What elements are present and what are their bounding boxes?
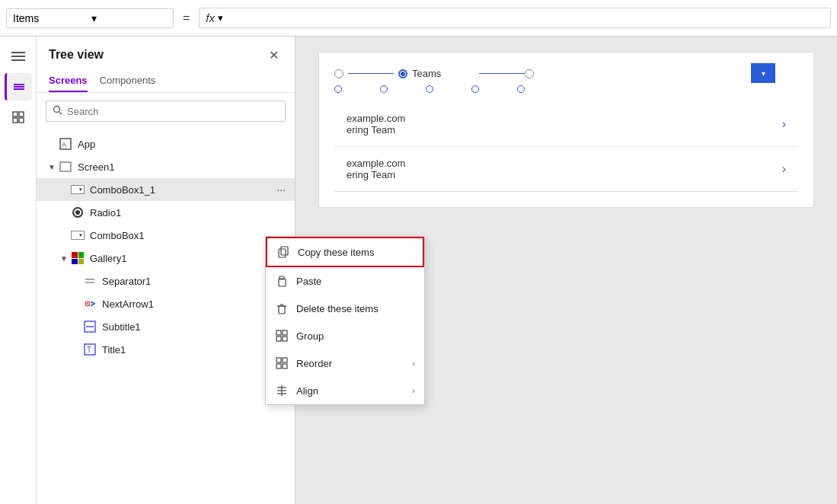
radio-icon xyxy=(70,205,85,220)
separator1-label: Separator1 xyxy=(102,276,289,287)
ctx-copy-items[interactable]: Copy these items xyxy=(266,237,424,267)
align-arrow: › xyxy=(412,386,415,395)
svg-rect-0 xyxy=(14,84,24,85)
tree-item-radio1[interactable]: Radio1 xyxy=(37,201,295,224)
reorder-arrow: › xyxy=(412,359,415,368)
svg-rect-27 xyxy=(276,330,281,335)
handle-4 xyxy=(471,85,479,93)
group-icon xyxy=(275,329,289,343)
reorder-icon xyxy=(275,356,289,370)
tree-panel-title: Tree view xyxy=(49,48,104,62)
svg-rect-20 xyxy=(281,247,288,255)
app-label: App xyxy=(78,139,289,150)
tree-item-title1[interactable]: T Title1 xyxy=(37,338,295,361)
ctx-delete-items[interactable]: Delete these items xyxy=(266,295,424,322)
handle-2 xyxy=(380,85,388,93)
app-icon: A xyxy=(58,136,73,152)
screen1-label: Screen1 xyxy=(78,161,289,173)
list-item-1: example.com ering Team › xyxy=(334,147,798,192)
tab-screens[interactable]: Screens xyxy=(49,70,88,92)
fx-bar[interactable]: fx ▾ xyxy=(199,8,831,28)
svg-rect-29 xyxy=(276,337,281,341)
tree-content: A App ▼ Screen1 ▾ ComboBox1_1 ··· xyxy=(37,129,295,504)
combobox1-label: ComboBox1 xyxy=(90,230,289,241)
svg-rect-21 xyxy=(279,249,286,257)
svg-rect-1 xyxy=(14,86,24,88)
connector-2 xyxy=(479,73,525,75)
ctx-align[interactable]: Align › xyxy=(266,377,424,404)
tree-panel: Tree view ✕ Screens Components A App ▼ xyxy=(37,37,296,504)
tree-item-app[interactable]: A App xyxy=(37,132,295,155)
svg-line-8 xyxy=(59,112,62,114)
search-box[interactable] xyxy=(46,100,286,122)
search-input[interactable] xyxy=(67,106,279,117)
svg-rect-3 xyxy=(13,112,18,116)
list-item-1-chevron: › xyxy=(782,162,786,176)
subtitle-icon xyxy=(82,319,97,334)
svg-rect-32 xyxy=(283,358,287,362)
ctx-delete-label: Delete these items xyxy=(296,303,415,314)
left-sidebar xyxy=(0,37,37,504)
tree-item-gallery1[interactable]: ▼ Gallery1 xyxy=(37,247,295,270)
fx-icon: fx xyxy=(206,11,215,24)
items-label: Items xyxy=(13,12,88,24)
list-item-1-text1: example.com xyxy=(347,158,405,169)
svg-text:A: A xyxy=(62,141,66,148)
tree-item-combobox1-1[interactable]: ▾ ComboBox1_1 ··· xyxy=(37,178,295,201)
radio-node-1 xyxy=(334,69,343,78)
list-item-0-text1: example.com xyxy=(347,113,405,124)
list-item-0: example.com ering Team › xyxy=(334,102,798,147)
tree-item-screen1[interactable]: ▼ Screen1 xyxy=(37,155,295,178)
tree-item-nextarrow1[interactable]: NextArrow1 xyxy=(37,292,295,315)
title-icon: T xyxy=(82,342,97,357)
connector-1 xyxy=(348,73,394,75)
ctx-reorder-label: Reorder xyxy=(296,358,404,369)
tree-item-combobox1[interactable]: ▾ ComboBox1 xyxy=(37,224,295,247)
handle-1 xyxy=(334,85,342,93)
svg-text:T: T xyxy=(87,346,91,354)
radio-node-selected xyxy=(398,69,407,78)
screen-icon xyxy=(58,159,73,174)
tab-components[interactable]: Components xyxy=(100,70,156,92)
close-button[interactable]: ✕ xyxy=(264,46,283,64)
components-icon[interactable] xyxy=(5,104,32,131)
subtitle1-label: Subtitle1 xyxy=(102,321,289,333)
more-options-button[interactable]: ··· xyxy=(273,182,289,197)
svg-rect-4 xyxy=(19,112,24,116)
svg-rect-31 xyxy=(276,358,281,362)
layers-icon[interactable] xyxy=(5,73,32,100)
radio-teams-label: Teams xyxy=(412,68,441,79)
ctx-paste[interactable]: Paste xyxy=(266,267,424,295)
search-icon xyxy=(53,105,62,117)
svg-rect-5 xyxy=(13,118,18,123)
tree-item-separator1[interactable]: Separator1 xyxy=(37,270,295,292)
combobox-icon: ▾ xyxy=(70,182,85,197)
tabs-row: Screens Components xyxy=(37,70,295,93)
svg-rect-28 xyxy=(283,330,287,335)
svg-point-7 xyxy=(54,107,60,113)
radio1-label: Radio1 xyxy=(90,207,289,219)
svg-rect-6 xyxy=(19,118,24,123)
ctx-group[interactable]: Group xyxy=(266,322,424,349)
svg-rect-2 xyxy=(14,88,24,90)
combobox1-1-label: ComboBox1_1 xyxy=(90,184,273,196)
dropdown-button-blue: ▾ xyxy=(751,63,775,83)
ctx-reorder[interactable]: Reorder › xyxy=(266,349,424,377)
gallery1-label: Gallery1 xyxy=(90,253,289,264)
svg-rect-34 xyxy=(283,364,287,368)
radio-group-row: Teams ▾ xyxy=(334,68,798,79)
tree-item-subtitle1[interactable]: Subtitle1 xyxy=(37,315,295,338)
radio-node-3 xyxy=(525,69,534,78)
items-dropdown[interactable]: Items ▾ xyxy=(6,8,174,28)
fx-chevron: ▾ xyxy=(218,12,223,24)
ctx-paste-label: Paste xyxy=(296,276,415,287)
screen1-chevron: ▼ xyxy=(46,163,58,171)
nextarrow-icon xyxy=(82,296,97,311)
dropdown-chevron: ▾ xyxy=(91,12,167,24)
title1-label: Title1 xyxy=(102,344,289,356)
top-bar: Items ▾ = fx ▾ xyxy=(0,0,837,37)
hamburger-menu-icon[interactable] xyxy=(5,43,32,70)
gallery1-chevron: ▼ xyxy=(58,254,70,263)
paste-icon xyxy=(275,274,289,288)
svg-rect-11 xyxy=(60,162,71,171)
